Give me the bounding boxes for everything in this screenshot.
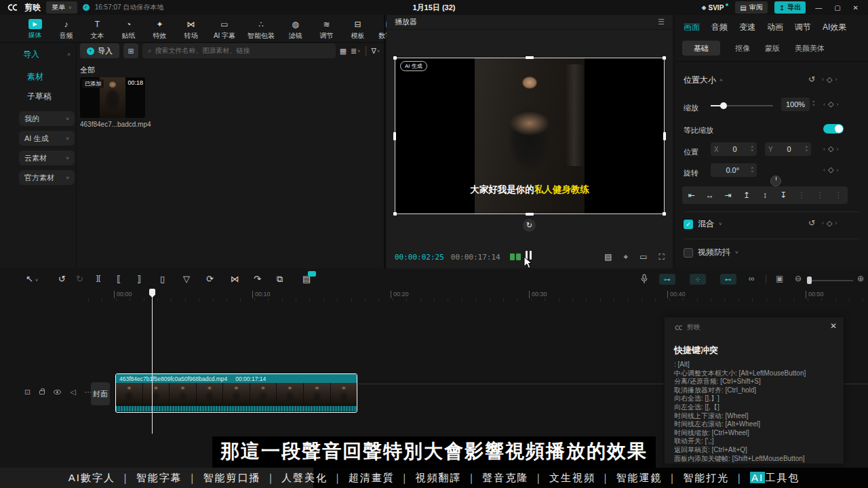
sidebar-group-cloud-material[interactable]: 云素材˅ [19,150,75,165]
media-clip-card[interactable]: 已添加 00:18 [80,77,145,118]
blend-checkbox[interactable]: ✓ [684,220,693,229]
tab-ai-captions[interactable]: ▭AI 字幕 [208,17,241,41]
preview-zoom-button[interactable]: ⌖ [623,252,628,262]
tab-animation[interactable]: 动画 [767,22,783,33]
mute-track-icon[interactable]: ◁ [70,388,75,396]
track-view-button[interactable]: ▣ [776,274,783,283]
record-voiceover-button[interactable] [640,274,648,286]
timeline-zoom-knob[interactable] [807,277,812,284]
align-bottom-icon[interactable]: ↧ [774,190,793,200]
link-clips-button[interactable]: ∞ [749,274,755,283]
chevron-down-icon[interactable]: ˅ [735,249,738,256]
import-layout-button[interactable]: ⊞ [123,43,138,58]
timeline-zoom-in-button[interactable]: ⊕ [857,274,864,283]
timeline-zoom-slider[interactable] [811,280,853,281]
scale-value-field[interactable]: 100% [781,98,810,111]
tab-filters[interactable]: ◍滤镜 [281,17,310,41]
tab-audio[interactable]: ♪音频 [52,17,81,41]
align-left-icon[interactable]: ⇤ [682,190,701,200]
align-right-icon[interactable]: ⇥ [719,190,737,200]
export-button[interactable]: ↥导出 [774,1,806,14]
quality-button[interactable]: ▤ [604,252,612,262]
sidebar-group-official-material[interactable]: 官方素材˅ [19,170,75,185]
close-icon[interactable]: ✕ [830,321,837,331]
tab-adjust-props[interactable]: 调节 [795,22,811,33]
sidebar-item-material[interactable]: 素材 [19,67,76,87]
position-keyframe-control[interactable]: ‹◇› [823,144,838,153]
position-x-field[interactable]: X 0 ˄˅ [711,142,757,156]
mirror-button[interactable]: ⋈ [231,274,239,284]
tab-sticker[interactable]: ◔贴纸 [114,17,143,41]
maximize-button[interactable]: ▢ [831,4,843,12]
view-mode-button[interactable]: ▦ [340,47,347,56]
subtab-mask[interactable]: 蒙版 [765,43,780,54]
playhead-line[interactable] [152,290,153,434]
tab-picture[interactable]: 画面 [684,22,700,33]
keyframe-control[interactable]: ‹◇› [822,75,837,84]
x-stepper[interactable]: ˄˅ [751,146,753,152]
tab-ai-effects[interactable]: AI效果 [823,22,846,33]
trim-right-button[interactable]: ⟧ [137,274,141,284]
toggle-visibility-icon[interactable] [54,390,61,394]
smart-edit-button[interactable]: ▤ [302,274,311,284]
sidebar-group-import[interactable]: 导入˄ [19,45,76,67]
minimize-button[interactable]: — [812,4,825,12]
rotate-keyframe-control[interactable]: ‹◇› [823,165,838,174]
linkage-toggle[interactable]: ⊷ [720,274,736,285]
selection-handle[interactable] [663,56,666,60]
import-button[interactable]: +导入 [80,43,119,58]
rotate-tool-button[interactable]: ↷ [254,274,261,284]
aspect-ratio-button[interactable]: ▭ [639,252,647,262]
tab-effects[interactable]: ✦特效 [145,17,174,41]
player-menu-icon[interactable]: ☰ [658,18,665,26]
selection-handle[interactable] [393,212,397,216]
rotate-field[interactable]: 0.0° ˄˅ [711,163,757,177]
svip-button[interactable]: ◆SVIP [702,4,729,12]
subtab-cutout[interactable]: 抠像 [735,43,750,54]
subtab-beauty[interactable]: 美颜美体 [795,43,825,54]
tab-smart-package[interactable]: ∴智能包装 [243,17,279,41]
selection-handle[interactable] [526,56,534,59]
section-position-size[interactable]: 位置大小 ˄ [684,75,723,86]
freeze-frame-button[interactable]: ▽ [183,274,190,284]
position-y-field[interactable]: Y 0 ˄˅ [765,142,811,156]
rotate-knob[interactable] [770,176,781,186]
scale-stepper[interactable]: ˄˅ [812,100,815,107]
scale-slider[interactable] [711,105,773,106]
chevron-down-icon[interactable]: ˅ [719,221,722,227]
slider-knob[interactable] [720,102,727,109]
lock-track-icon[interactable] [39,390,45,394]
sidebar-group-ai-generated[interactable]: AI 生成˅ [19,131,75,146]
cover-button[interactable]: 封面 [91,382,110,405]
tab-templates[interactable]: ⊟模板 [343,17,372,41]
redo-button[interactable]: ↻ [76,274,83,284]
selection-handle[interactable] [393,132,396,140]
reset-position-size-icon[interactable]: ↺ [808,75,815,84]
media-search-input[interactable]: ⌕搜索文件名称、图源素材、链接 [142,43,336,58]
tab-speed[interactable]: 变速 [739,22,755,33]
delete-button[interactable]: ▯ [160,274,165,284]
preview-stage[interactable]: AI 生成 大家好我是你的私人健身教练 [395,58,665,214]
tab-transitions[interactable]: ⋈转场 [176,17,205,41]
filter-button[interactable]: ∇˅ [372,47,380,56]
review-button[interactable]: ▤审阅 [735,1,767,14]
selection-handle[interactable] [663,132,666,140]
sort-button[interactable]: ≣˅ [351,47,360,56]
undo-button[interactable]: ↺ [58,274,66,284]
fullscreen-button[interactable]: ⛶ [659,252,665,262]
selection-handle[interactable] [526,213,534,216]
crop-button[interactable]: ⧉ [277,274,283,285]
auto-preview-toggle[interactable]: ⁘ [690,274,706,285]
rotate-clip-button[interactable]: ↻ [523,219,536,232]
tab-media[interactable]: ▶媒体 [20,17,50,41]
scale-keyframe-control[interactable]: ‹◇› [823,100,838,108]
align-center-horizontal-icon[interactable]: ↔ [701,190,719,200]
timeline-ruler[interactable]: 00:00 00:10 00:20 00:30 00:40 00:50 [88,290,868,301]
sidebar-item-subdraft[interactable]: 子草稿 [19,87,76,106]
reverse-button[interactable]: ⟳ [206,274,214,284]
stabilize-checkbox[interactable]: ✓ [684,248,693,258]
rotate-stepper[interactable]: ˄˅ [751,167,753,174]
selection-handle[interactable] [663,212,666,216]
trim-left-button[interactable]: ⟦ [117,274,121,284]
main-track-magnet-toggle[interactable]: ⊶ [659,274,675,285]
